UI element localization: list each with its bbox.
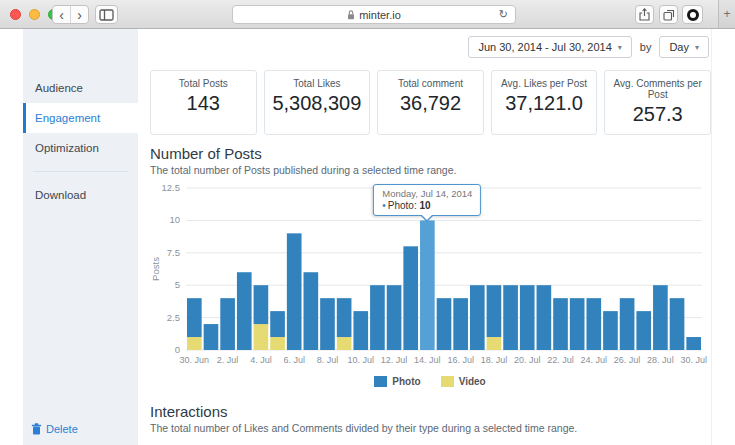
interactions-section-title: Interactions — [150, 403, 711, 420]
delete-label: Delete — [46, 423, 78, 435]
sidebar-toggle-button[interactable] — [95, 5, 118, 24]
stat-label: Avg. Comments per Post — [607, 78, 708, 100]
browser-chrome: ‹ › minter.io ↻ + — [0, 0, 735, 29]
sidebar-item-download[interactable]: Download — [23, 180, 138, 210]
legend-item-video[interactable]: Video — [441, 376, 486, 387]
posts-section-subtitle: The total number of Posts published duri… — [150, 164, 711, 176]
stat-label: Total comment — [380, 78, 481, 89]
stats-row: Total Posts 143 Total Likes 5,308,309 To… — [150, 70, 711, 135]
chevron-down-icon: ▾ — [618, 43, 622, 52]
interactions-section-subtitle: The total number of Likes and Comments d… — [150, 422, 711, 434]
stat-card-total-comments: Total comment 36,792 — [377, 70, 484, 135]
photo-series-dot-icon: • — [382, 200, 386, 211]
stat-value: 37,121.0 — [494, 92, 595, 115]
svg-text:12.5: 12.5 — [162, 182, 181, 193]
sidebar: Audience Engagement Optimization Downloa… — [23, 29, 138, 445]
main-content: Jun 30, 2014 - Jul 30, 2014 ▾ by Day ▾ T… — [138, 29, 712, 445]
window-minimize-button[interactable] — [29, 9, 40, 20]
stat-label: Avg. Likes per Post — [494, 78, 595, 89]
svg-text:2. Jul: 2. Jul — [217, 355, 239, 365]
extension-icon — [687, 9, 699, 21]
address-bar[interactable]: minter.io ↻ — [232, 5, 516, 24]
legend-item-photo[interactable]: Photo — [374, 376, 420, 387]
tabs-icon — [663, 9, 675, 21]
svg-text:2.5: 2.5 — [167, 312, 180, 323]
svg-text:18. Jul: 18. Jul — [481, 355, 508, 365]
posts-chart: 02.557.51012.5Posts30. Jun2. Jul4. Jul6.… — [150, 180, 710, 387]
stat-value: 36,792 — [380, 92, 481, 115]
reload-icon[interactable]: ↻ — [499, 8, 508, 21]
svg-text:26. Jul: 26. Jul — [614, 355, 641, 365]
tooltip-series-label: Photo: — [388, 200, 417, 211]
url-text: minter.io — [359, 9, 401, 21]
date-range-value: Jun 30, 2014 - Jul 30, 2014 — [478, 41, 611, 53]
sidebar-item-engagement[interactable]: Engagement — [23, 103, 138, 133]
sidebar-item-audience[interactable]: Audience — [23, 73, 138, 103]
svg-text:4. Jul: 4. Jul — [250, 355, 272, 365]
forward-button[interactable]: › — [71, 6, 88, 23]
svg-text:0: 0 — [175, 344, 180, 355]
stat-card-total-likes: Total Likes 5,308,309 — [264, 70, 371, 135]
tooltip-value: 10 — [419, 200, 430, 211]
date-range-picker[interactable]: Jun 30, 2014 - Jul 30, 2014 ▾ — [468, 36, 631, 58]
svg-text:6. Jul: 6. Jul — [283, 355, 305, 365]
svg-text:20. Jul: 20. Jul — [514, 355, 541, 365]
tab-overview-button[interactable] — [659, 5, 678, 24]
plus-icon: + — [723, 7, 730, 21]
chart-tooltip: Monday, Jul 14, 2014 •Photo: 10 — [373, 184, 481, 216]
date-toolbar: Jun 30, 2014 - Jul 30, 2014 ▾ by Day ▾ — [150, 35, 711, 59]
legend-label: Video — [459, 376, 486, 387]
stat-label: Total Likes — [267, 78, 368, 89]
svg-text:12. Jul: 12. Jul — [381, 355, 408, 365]
svg-text:24. Jul: 24. Jul — [581, 355, 608, 365]
by-label: by — [640, 41, 652, 53]
posts-section-title: Number of Posts — [150, 145, 711, 162]
stat-value: 143 — [153, 92, 254, 115]
trash-icon — [31, 423, 42, 435]
svg-text:Posts: Posts — [150, 257, 161, 281]
stat-card-avg-comments: Avg. Comments per Post 257.3 — [604, 70, 711, 135]
svg-text:7.5: 7.5 — [167, 247, 180, 258]
lock-icon — [347, 10, 355, 20]
svg-text:10: 10 — [169, 214, 180, 225]
svg-text:16. Jul: 16. Jul — [447, 355, 474, 365]
granularity-picker[interactable]: Day ▾ — [659, 36, 709, 58]
svg-text:5: 5 — [175, 279, 180, 290]
stat-card-avg-likes: Avg. Likes per Post 37,121.0 — [491, 70, 598, 135]
back-button[interactable]: ‹ — [53, 6, 71, 23]
legend-swatch — [441, 376, 454, 387]
share-icon — [639, 8, 650, 21]
stat-card-total-posts: Total Posts 143 — [150, 70, 257, 135]
svg-text:22. Jul: 22. Jul — [547, 355, 574, 365]
sidebar-icon — [99, 9, 114, 21]
legend-swatch — [374, 376, 387, 387]
share-button[interactable] — [635, 5, 654, 24]
stat-label: Total Posts — [153, 78, 254, 89]
tooltip-date: Monday, Jul 14, 2014 — [382, 188, 472, 199]
granularity-value: Day — [669, 41, 689, 53]
sidebar-item-optimization[interactable]: Optimization — [23, 133, 138, 163]
svg-text:30. Jul: 30. Jul — [680, 355, 707, 365]
svg-text:8. Jul: 8. Jul — [317, 355, 339, 365]
stat-value: 257.3 — [607, 103, 708, 126]
chart-legend: PhotoVideo — [150, 376, 710, 387]
chevron-down-icon: ▾ — [695, 43, 699, 52]
stat-value: 5,308,309 — [267, 92, 368, 115]
new-tab-button[interactable]: + — [718, 0, 735, 28]
svg-text:14. Jul: 14. Jul — [414, 355, 441, 365]
legend-label: Photo — [392, 376, 420, 387]
svg-text:28. Jul: 28. Jul — [647, 355, 674, 365]
svg-text:10. Jul: 10. Jul — [348, 355, 375, 365]
sidebar-divider — [33, 171, 128, 172]
extension-button[interactable] — [682, 5, 703, 24]
minter-dashboard: Audience Engagement Optimization Downloa… — [0, 29, 735, 445]
delete-button[interactable]: Delete — [31, 423, 78, 435]
nav-buttons: ‹ › — [52, 5, 89, 24]
window-close-button[interactable] — [10, 9, 21, 20]
svg-text:30. Jun: 30. Jun — [180, 355, 210, 365]
